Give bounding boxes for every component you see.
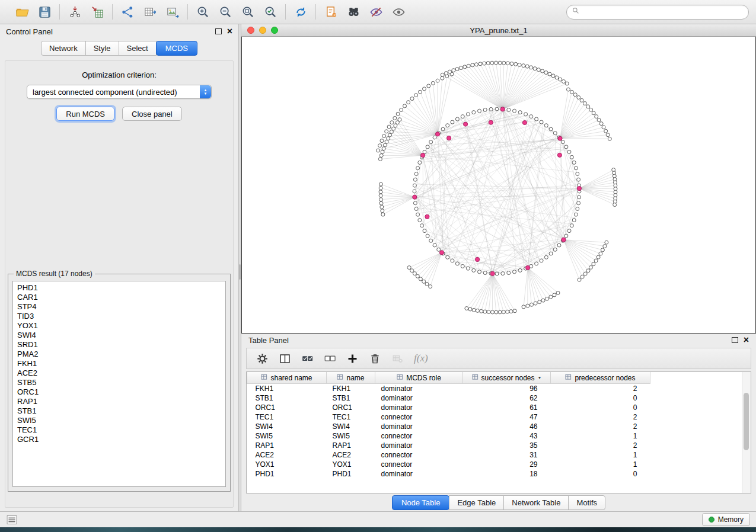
graph-node[interactable] — [455, 117, 459, 121]
graph-node[interactable] — [524, 113, 528, 116]
tab-select[interactable]: Select — [119, 41, 157, 56]
graph-node[interactable] — [599, 122, 603, 126]
graph-node[interactable] — [381, 213, 385, 216]
graph-node[interactable] — [423, 87, 426, 91]
graph-node[interactable] — [572, 161, 576, 164]
add-row-icon[interactable] — [346, 352, 359, 365]
graph-node[interactable] — [407, 266, 411, 270]
graph-node[interactable] — [441, 73, 444, 76]
graph-node[interactable] — [567, 150, 571, 153]
graph-node[interactable] — [498, 61, 502, 65]
search-network-button[interactable] — [344, 4, 362, 20]
search-input[interactable] — [583, 7, 744, 17]
graph-node[interactable] — [562, 80, 566, 84]
graph-node[interactable] — [474, 63, 478, 66]
graph-node[interactable] — [592, 262, 595, 266]
graph-node[interactable] — [377, 149, 380, 152]
save-session-button[interactable] — [36, 4, 53, 20]
graph-node[interactable] — [586, 269, 590, 273]
mcds-result-item[interactable]: STB5 — [17, 378, 225, 387]
graph-node[interactable] — [526, 304, 529, 307]
graph-node[interactable] — [393, 116, 397, 120]
graph-node[interactable] — [599, 252, 602, 255]
splitter-handle[interactable] — [239, 264, 241, 280]
graph-node[interactable] — [379, 154, 383, 158]
graph-node[interactable] — [467, 64, 470, 68]
graph-node[interactable] — [537, 68, 540, 72]
graph-node[interactable] — [433, 136, 436, 139]
table-row[interactable]: RAP1RAP1dominator352 — [247, 441, 650, 450]
zoom-fit-button[interactable] — [239, 4, 257, 20]
export-table-button[interactable] — [141, 4, 159, 20]
close-panel-icon[interactable]: × — [227, 28, 232, 35]
graph-node[interactable] — [483, 108, 487, 111]
graph-node[interactable] — [403, 104, 407, 108]
graph-node[interactable] — [544, 124, 548, 127]
import-network-button[interactable] — [66, 4, 84, 20]
graph-node[interactable] — [382, 134, 386, 138]
table-row[interactable]: PHD1PHD1dominator180 — [247, 469, 650, 479]
graph-node[interactable] — [379, 190, 382, 194]
graph-node[interactable] — [549, 127, 553, 131]
delete-row-icon[interactable] — [369, 352, 381, 365]
graph-node[interactable] — [414, 207, 418, 211]
graph-node[interactable] — [561, 140, 564, 144]
mcds-result-item[interactable]: SWI4 — [17, 331, 225, 340]
graph-node[interactable] — [553, 248, 557, 251]
graph-node[interactable] — [388, 133, 392, 137]
column-header-predecessor-nodes[interactable]: predecessor nodes — [551, 372, 650, 384]
graph-node[interactable] — [595, 115, 598, 118]
graph-node[interactable] — [414, 94, 418, 97]
mcds-result-item[interactable]: STB1 — [17, 406, 225, 416]
mcds-result-item[interactable]: PHD1 — [17, 283, 225, 293]
graph-node[interactable] — [580, 275, 584, 278]
import-table-button[interactable] — [88, 4, 106, 20]
graph-node[interactable] — [535, 262, 538, 265]
graph-node[interactable] — [544, 71, 548, 75]
mcds-result-item[interactable]: YOX1 — [17, 321, 225, 331]
graph-node[interactable] — [604, 129, 608, 133]
graph-node[interactable] — [608, 137, 611, 140]
dominator-node[interactable] — [489, 120, 493, 124]
graph-node[interactable] — [506, 62, 510, 65]
graph-node[interactable] — [385, 130, 388, 133]
show-all-button[interactable] — [390, 4, 407, 20]
graph-node[interactable] — [471, 63, 474, 67]
clone-network-button[interactable] — [322, 4, 340, 20]
graph-node[interactable] — [433, 243, 436, 247]
zoom-selected-button[interactable] — [261, 4, 279, 20]
graph-node[interactable] — [570, 224, 573, 227]
mcds-result-item[interactable]: GCR1 — [17, 435, 225, 444]
mcds-result-item[interactable]: TID3 — [17, 312, 225, 321]
graph-node[interactable] — [522, 64, 525, 68]
graph-node[interactable] — [451, 120, 454, 124]
network-graph[interactable] — [242, 37, 755, 333]
graph-node[interactable] — [463, 65, 467, 69]
graph-node[interactable] — [479, 62, 482, 66]
window-minimize-icon[interactable] — [259, 27, 266, 34]
graph-node[interactable] — [487, 310, 490, 314]
graph-node[interactable] — [551, 74, 555, 78]
graph-node[interactable] — [446, 255, 449, 259]
graph-node[interactable] — [483, 310, 487, 313]
graph-node[interactable] — [413, 190, 416, 193]
window-maximize-icon[interactable] — [271, 27, 278, 34]
task-history-icon[interactable] — [6, 514, 18, 525]
graph-node[interactable] — [501, 272, 505, 275]
table-row[interactable]: SWI5SWI5connector431 — [247, 431, 650, 441]
mcds-result-item[interactable]: ACE2 — [17, 368, 225, 378]
graph-node[interactable] — [431, 81, 435, 85]
graph-node[interactable] — [603, 245, 607, 248]
graph-node[interactable] — [605, 241, 608, 244]
graph-node[interactable] — [378, 144, 382, 148]
graph-node[interactable] — [420, 224, 424, 227]
graph-node[interactable] — [586, 105, 590, 108]
graph-node[interactable] — [573, 93, 577, 97]
network-window-titlebar[interactable]: YPA_prune.txt_1 — [241, 24, 756, 37]
dominator-node[interactable] — [490, 271, 495, 275]
dominator-node[interactable] — [435, 132, 439, 136]
table-scrollbar[interactable] — [742, 372, 751, 493]
graph-node[interactable] — [382, 147, 385, 150]
graph-node[interactable] — [507, 108, 511, 111]
column-header-name[interactable]: name — [327, 372, 375, 384]
